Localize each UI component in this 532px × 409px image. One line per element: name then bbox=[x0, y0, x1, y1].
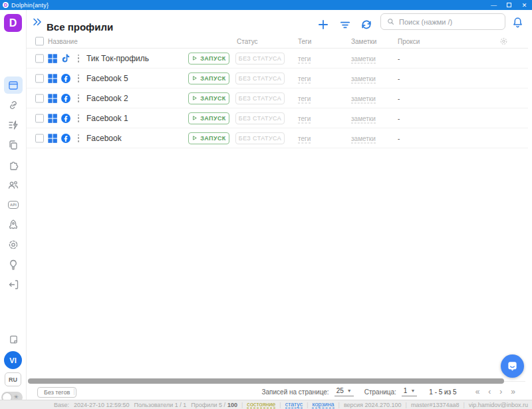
search-input[interactable] bbox=[399, 18, 499, 26]
status-badge[interactable]: БЕЗ СТАТУСА bbox=[235, 92, 285, 104]
search-icon bbox=[386, 17, 395, 26]
no-tags-filter-button[interactable]: Без тегов bbox=[37, 387, 76, 398]
launch-button[interactable]: ЗАПУСК bbox=[188, 112, 229, 124]
notes-link[interactable]: заметки bbox=[351, 55, 376, 62]
launch-button[interactable]: ЗАПУСК bbox=[188, 132, 229, 144]
tags-link[interactable]: теги bbox=[298, 55, 311, 62]
row-checkbox[interactable] bbox=[35, 114, 44, 122]
column-notes[interactable]: Заметки bbox=[351, 38, 376, 45]
collapse-sidebar-button[interactable] bbox=[31, 16, 43, 28]
profile-name[interactable]: Facebook bbox=[86, 134, 122, 143]
last-page-button[interactable]: » bbox=[511, 387, 515, 396]
sidebar-item-pages[interactable] bbox=[0, 135, 27, 155]
next-page-button[interactable]: › bbox=[499, 387, 502, 396]
column-status[interactable]: Статус bbox=[237, 38, 258, 45]
prev-page-button[interactable]: ‹ bbox=[488, 387, 491, 396]
column-name[interactable]: Название bbox=[48, 38, 78, 45]
per-page-select[interactable]: 25 ▼ bbox=[334, 387, 354, 396]
sidebar-item-profiles[interactable] bbox=[0, 75, 27, 95]
profile-name[interactable]: Facebook 1 bbox=[86, 114, 128, 123]
minimize-icon[interactable]: — bbox=[486, 0, 501, 10]
row-menu-button[interactable] bbox=[75, 134, 82, 143]
sidebar-item-proxy[interactable] bbox=[0, 95, 27, 115]
table-row[interactable]: Тик Ток-профиль ЗАПУСК БЕЗ СТАТУСА теги … bbox=[27, 49, 528, 68]
windows-icon bbox=[47, 93, 58, 104]
status-link[interactable]: статус bbox=[285, 401, 303, 408]
add-profile-button[interactable] bbox=[317, 18, 330, 31]
notes-link[interactable]: заметки bbox=[351, 114, 376, 122]
search-box[interactable] bbox=[380, 13, 505, 30]
version-text: версия 2024.270.100 bbox=[344, 402, 402, 408]
logout-icon bbox=[7, 279, 19, 291]
support-chat-button[interactable] bbox=[501, 354, 524, 378]
table-settings-button[interactable] bbox=[499, 37, 508, 46]
sidebar-item-automation[interactable] bbox=[0, 115, 27, 135]
avatar[interactable]: VI bbox=[4, 351, 22, 369]
tags-link[interactable]: теги bbox=[298, 114, 311, 122]
tiktok-icon bbox=[61, 53, 71, 64]
row-menu-button[interactable] bbox=[75, 74, 82, 83]
horizontal-scrollbar[interactable] bbox=[28, 378, 504, 384]
profile-name[interactable]: Тик Ток-профиль bbox=[86, 54, 149, 63]
close-icon[interactable]: ✕ bbox=[517, 0, 532, 10]
dolphin-logo[interactable]: D bbox=[4, 14, 22, 32]
row-menu-button[interactable] bbox=[75, 54, 82, 63]
refresh-button[interactable] bbox=[360, 18, 373, 31]
table-row[interactable]: Facebook 5 ЗАПУСК БЕЗ СТАТУСА теги замет… bbox=[27, 68, 528, 88]
row-checkbox[interactable] bbox=[35, 94, 44, 102]
sidebar-item-team[interactable] bbox=[0, 175, 27, 195]
plus-icon bbox=[317, 18, 330, 31]
table-row[interactable]: Facebook ЗАПУСК БЕЗ СТАТУСА теги заметки… bbox=[27, 128, 528, 148]
page-title: Все профили bbox=[47, 21, 113, 33]
gear-icon bbox=[499, 37, 508, 46]
table-row[interactable]: Facebook 1 ЗАПУСК БЕЗ СТАТУСА теги замет… bbox=[27, 108, 528, 128]
status-badge[interactable]: БЕЗ СТАТУСА bbox=[235, 53, 285, 65]
first-page-button[interactable]: « bbox=[475, 387, 480, 396]
trash-link[interactable]: корзина bbox=[312, 401, 334, 408]
filter-button[interactable] bbox=[338, 18, 352, 31]
tags-link[interactable]: теги bbox=[298, 94, 311, 102]
state-link[interactable]: состояние bbox=[247, 401, 275, 408]
sidebar-item-extensions[interactable] bbox=[0, 155, 27, 175]
launch-button[interactable]: ЗАПУСК bbox=[188, 92, 229, 104]
sidebar-item-billing[interactable] bbox=[0, 331, 27, 348]
bolt-list-icon bbox=[7, 119, 19, 131]
profile-name[interactable]: Facebook 5 bbox=[86, 74, 128, 83]
status-badge[interactable]: БЕЗ СТАТУСА bbox=[235, 72, 285, 84]
table-row[interactable]: Facebook 2 ЗАПУСК БЕЗ СТАТУСА теги замет… bbox=[27, 88, 528, 108]
sidebar-item-tips[interactable] bbox=[0, 255, 27, 275]
select-all-checkbox[interactable] bbox=[35, 37, 44, 46]
launch-button[interactable]: ЗАПУСК bbox=[188, 72, 229, 84]
row-menu-button[interactable] bbox=[75, 114, 82, 123]
row-checkbox[interactable] bbox=[35, 74, 44, 82]
page-select[interactable]: 1 ▼ bbox=[402, 387, 418, 396]
proxy-value: - bbox=[398, 134, 400, 142]
windows-icon bbox=[47, 113, 58, 124]
launch-button[interactable]: ЗАПУСК bbox=[188, 53, 229, 65]
sidebar-item-logout[interactable] bbox=[0, 275, 27, 295]
app-window: D Dolphin{anty} — ✕ D bbox=[0, 0, 532, 409]
profiles-count: Профили 5 / bbox=[191, 402, 225, 408]
sidebar-item-api[interactable]: API bbox=[0, 195, 27, 215]
rocket-icon bbox=[7, 219, 19, 231]
status-badge[interactable]: БЕЗ СТАТУСА bbox=[235, 112, 285, 124]
build-text: master#13374aa8 bbox=[411, 402, 460, 408]
column-proxy[interactable]: Прокси bbox=[398, 38, 420, 45]
per-page-label: Записей на странице: bbox=[261, 388, 329, 396]
tags-link[interactable]: теги bbox=[298, 74, 311, 82]
notifications-button[interactable] bbox=[511, 16, 524, 29]
language-button[interactable]: RU bbox=[5, 372, 21, 386]
profile-name[interactable]: Facebook 2 bbox=[86, 94, 128, 103]
maximize-icon[interactable] bbox=[501, 0, 517, 10]
row-checkbox[interactable] bbox=[35, 134, 44, 142]
row-checkbox[interactable] bbox=[35, 54, 44, 63]
notes-link[interactable]: заметки bbox=[351, 94, 376, 102]
column-tags[interactable]: Теги bbox=[298, 38, 311, 45]
tags-link[interactable]: теги bbox=[298, 134, 311, 142]
sidebar-item-rocket[interactable] bbox=[0, 215, 27, 235]
row-menu-button[interactable] bbox=[75, 94, 82, 103]
status-badge[interactable]: БЕЗ СТАТУСА bbox=[235, 132, 285, 144]
sidebar-item-settings[interactable] bbox=[0, 235, 27, 255]
notes-link[interactable]: заметки bbox=[351, 134, 376, 142]
notes-link[interactable]: заметки bbox=[351, 74, 376, 82]
